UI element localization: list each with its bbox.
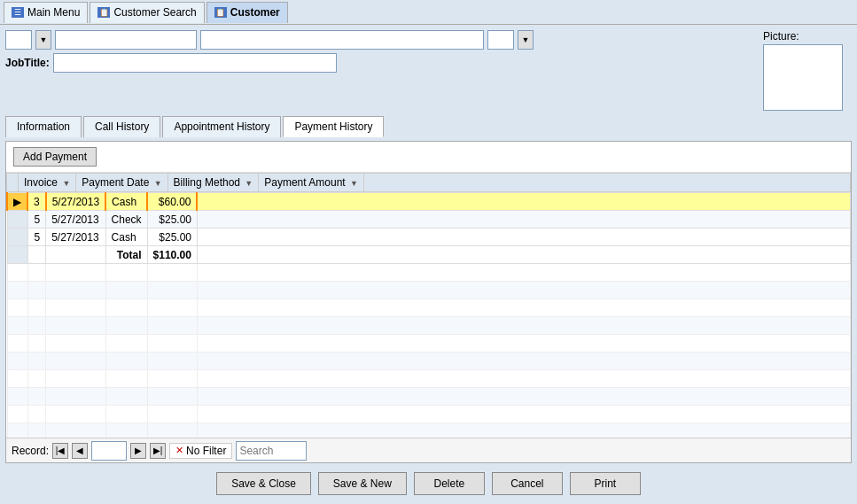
cancel-button[interactable]: Cancel (492, 472, 563, 495)
print-button[interactable]: Print (570, 472, 641, 495)
tab-payment-history[interactable]: Payment History (283, 116, 384, 137)
row-marker (7, 246, 27, 264)
empty-row (7, 406, 851, 423)
cell-paydate: 5/27/2013 (46, 211, 105, 229)
grid-scroll[interactable]: ▶ 3 5/27/2013 Cash $60.00 5 5/27/2013 (6, 192, 851, 438)
invoice-sort-icon: ▼ (62, 179, 70, 188)
amount-sort-icon: ▼ (350, 179, 358, 188)
total-row: Total $110.00 (7, 246, 851, 264)
suffix-field[interactable] (487, 30, 514, 50)
nav-next-btn[interactable]: ▶ (130, 443, 146, 459)
grid-body: ▶ 3 5/27/2013 Cash $60.00 5 5/27/2013 (7, 193, 851, 438)
row-marker (7, 229, 27, 246)
cell-paydate: 5/27/2013 (46, 193, 105, 211)
tabs-row: Information Call History Appointment His… (5, 116, 852, 137)
billing-sort-icon: ▼ (245, 179, 253, 188)
cell-invoice: 3 (27, 193, 46, 211)
total-extra (197, 246, 850, 264)
tab-information[interactable]: Information (5, 116, 82, 137)
save-new-button[interactable]: Save & New (318, 472, 407, 495)
empty-row (7, 423, 851, 438)
cell-amount: $25.00 (147, 211, 197, 229)
table-row[interactable]: 5 5/27/2013 Check $25.00 (7, 211, 851, 229)
action-buttons: Save & Close Save & New Delete Cancel Pr… (5, 467, 852, 499)
table-row[interactable]: 5 5/27/2013 Cash $25.00 (7, 229, 851, 246)
tab-call-history-label: Call History (95, 120, 149, 133)
tab-customer-search-label: Customer Search (113, 6, 196, 19)
first-name-field[interactable]: Test (55, 30, 197, 50)
record-nav: Record: |◀ ◀ ▶ ▶| ✕ No Filter (6, 438, 851, 462)
nav-prev-btn[interactable]: ◀ (72, 443, 88, 459)
empty-row (7, 335, 851, 353)
header-payment-date[interactable]: Payment Date ▼ (76, 174, 168, 192)
cell-paydate: 5/27/2013 (46, 229, 105, 246)
picture-area: Picture: (763, 30, 852, 111)
cell-billing: Cash (105, 229, 147, 246)
nav-first-btn[interactable]: |◀ (52, 443, 68, 459)
record-search-input[interactable] (236, 441, 307, 461)
header-billing-method[interactable]: Billing Method ▼ (168, 174, 259, 192)
record-position-input[interactable] (91, 441, 127, 461)
tab-main-menu[interactable]: ☰ Main Menu (4, 2, 88, 23)
cell-invoice: 5 (27, 211, 46, 229)
tab-call-history[interactable]: Call History (83, 116, 160, 137)
filter-x-icon: ✕ (175, 445, 183, 456)
delete-button[interactable]: Delete (414, 472, 485, 495)
add-payment-row: Add Payment (6, 142, 851, 173)
tab-customer[interactable]: 📋 Customer (206, 2, 288, 23)
payment-data-table: ▶ 3 5/27/2013 Cash $60.00 5 5/27/2013 (6, 192, 851, 438)
prefix-field[interactable] (5, 30, 32, 50)
customer-name-row: ▼ Test Customer ▼ (5, 30, 758, 50)
no-filter-label: No Filter (186, 445, 226, 457)
row-marker: ▶ (7, 193, 27, 211)
cell-billing: Cash (105, 193, 147, 211)
tab-customer-search[interactable]: 📋 Customer Search (90, 2, 204, 23)
header-invoice[interactable]: Invoice ▼ (19, 174, 76, 192)
no-filter-badge[interactable]: ✕ No Filter (169, 443, 232, 459)
cell-extra (197, 229, 850, 246)
jobtitle-field[interactable] (53, 53, 337, 73)
nav-last-btn[interactable]: ▶| (150, 443, 166, 459)
record-label: Record: (12, 445, 49, 457)
customer-fields: ▼ Test Customer ▼ JobTitle: (5, 30, 758, 73)
total-amount: $110.00 (147, 246, 197, 264)
total-empty2 (46, 246, 105, 264)
total-empty (27, 246, 46, 264)
picture-box[interactable] (763, 44, 843, 111)
tab-appointment-history[interactable]: Appointment History (162, 116, 281, 137)
last-name-field[interactable]: Customer (200, 30, 484, 50)
save-close-button[interactable]: Save & Close (216, 472, 311, 495)
empty-row (7, 264, 851, 282)
empty-row (7, 317, 851, 335)
payment-grid: Invoice ▼ Payment Date ▼ Billing Method … (6, 173, 851, 462)
total-label: Total (105, 246, 147, 264)
jobtitle-label: JobTitle: (5, 57, 50, 69)
customer-header: ▼ Test Customer ▼ JobTitle: Picture: (5, 30, 852, 111)
grid-header: Invoice ▼ Payment Date ▼ Billing Method … (7, 174, 851, 192)
add-payment-button[interactable]: Add Payment (13, 147, 97, 167)
empty-row (7, 282, 851, 299)
empty-row (7, 388, 851, 406)
title-bar: ☰ Main Menu 📋 Customer Search 📋 Customer (0, 0, 857, 25)
empty-row (7, 299, 851, 317)
cell-amount: $60.00 (147, 193, 197, 211)
paydate-sort-icon: ▼ (154, 179, 162, 188)
payment-table: Invoice ▼ Payment Date ▼ Billing Method … (6, 173, 851, 192)
table-row[interactable]: ▶ 3 5/27/2013 Cash $60.00 (7, 193, 851, 211)
tab-customer-label: Customer (230, 6, 280, 19)
picture-label: Picture: (763, 30, 799, 43)
main-menu-icon: ☰ (12, 7, 24, 18)
empty-row (7, 370, 851, 388)
cell-extra (197, 193, 850, 211)
jobtitle-row: JobTitle: (5, 53, 758, 73)
header-marker (7, 174, 19, 192)
header-payment-amount[interactable]: Payment Amount ▼ (259, 174, 364, 192)
header-extra (363, 174, 850, 192)
cell-billing: Check (105, 211, 147, 229)
prefix-dropdown-btn[interactable]: ▼ (35, 30, 51, 50)
main-container: ▼ Test Customer ▼ JobTitle: Picture: Inf… (0, 25, 857, 504)
cell-amount: $25.00 (147, 229, 197, 246)
cell-extra (197, 211, 850, 229)
suffix-dropdown-btn[interactable]: ▼ (518, 30, 534, 50)
tab-information-label: Information (17, 120, 70, 133)
